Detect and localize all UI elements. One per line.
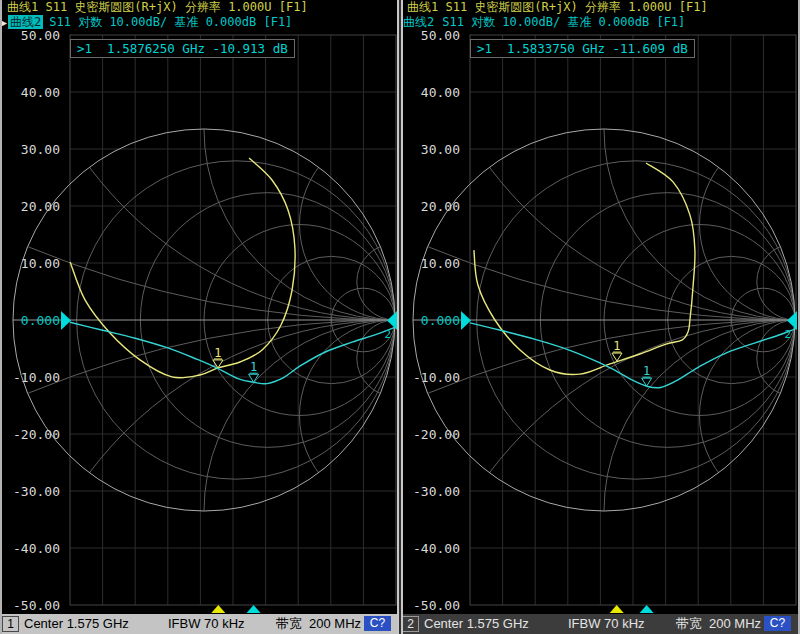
channel-2-plot-area: 50.0040.0030.0020.0010.000.000-10.00-20.… bbox=[400, 0, 800, 614]
stimulus-marker-trace1[interactable] bbox=[610, 605, 624, 613]
center-frequency[interactable]: Center 1.575 GHz bbox=[24, 614, 129, 634]
svg-text:1: 1 bbox=[250, 360, 257, 374]
trace2-settings[interactable]: S11 对数 10.00dB/ 基准 0.000dB [F1] bbox=[49, 15, 292, 29]
ref-trace-number: 2 bbox=[384, 328, 391, 341]
marker-readout: >1 1.5876250 GHz -10.913 dB bbox=[70, 39, 295, 58]
y-axis-label: 40.00 bbox=[21, 85, 60, 100]
trace2-label[interactable]: 曲线2 bbox=[401, 15, 436, 29]
span-label: 带宽 bbox=[676, 616, 702, 631]
y-axis-label: 20.00 bbox=[421, 199, 460, 214]
y-axis-label: -30.00 bbox=[413, 484, 460, 499]
channel-number[interactable]: 2 bbox=[402, 616, 419, 632]
y-axis-label: -40.00 bbox=[413, 541, 460, 556]
center-frequency[interactable]: Center 1.575 GHz bbox=[424, 614, 529, 634]
channel-1-panel: 50.0040.0030.0020.0010.000.000-10.00-20.… bbox=[0, 0, 400, 634]
span-label: 带宽 bbox=[276, 616, 302, 631]
svg-text:1: 1 bbox=[214, 346, 221, 360]
svg-text:1: 1 bbox=[643, 364, 650, 378]
y-axis-label: -50.00 bbox=[13, 598, 60, 613]
smith-trace bbox=[70, 158, 295, 378]
vna-screen: 50.0040.0030.0020.0010.000.000-10.00-20.… bbox=[0, 0, 800, 634]
stimulus-marker-trace2[interactable] bbox=[247, 605, 261, 613]
stimulus-marker-trace2[interactable] bbox=[640, 605, 654, 613]
channel-1-status-bar: 1 Center 1.575 GHz IFBW 70 kHz 带宽200 MHz… bbox=[0, 614, 400, 634]
y-axis-label: -20.00 bbox=[13, 427, 60, 442]
panel-divider bbox=[397, 0, 403, 634]
y-axis-label: -50.00 bbox=[413, 598, 460, 613]
cal-status-badge[interactable]: C? bbox=[764, 616, 791, 631]
span-setting[interactable]: 带宽200 MHz bbox=[276, 614, 361, 634]
y-axis-label: 20.00 bbox=[21, 199, 60, 214]
ifbw-setting[interactable]: IFBW 70 kHz bbox=[568, 614, 645, 634]
ifbw-setting[interactable]: IFBW 70 kHz bbox=[168, 614, 245, 634]
channel-2-status-bar: 2 Center 1.575 GHz IFBW 70 kHz 带宽200 MHz… bbox=[400, 614, 800, 634]
y-axis-labels: 50.0040.0030.0020.0010.000.000-10.00-20.… bbox=[13, 28, 60, 613]
y-axis-label: 50.00 bbox=[421, 28, 460, 43]
y-axis-label: 0.000 bbox=[421, 313, 460, 328]
trace2-title-row: ▶曲线2S11 对数 10.00dB/ 基准 0.000dB [F1] bbox=[1, 15, 292, 30]
y-axis-label: 0.000 bbox=[21, 313, 60, 328]
y-axis-label: -40.00 bbox=[13, 541, 60, 556]
stimulus-marker-trace1[interactable] bbox=[211, 605, 225, 613]
trace1-title[interactable]: 曲线1 S11 史密斯圆图(R+jX) 分辨率 1.000U [F1] bbox=[407, 1, 708, 14]
trace1-title[interactable]: 曲线1 S11 史密斯圆图(R+jX) 分辨率 1.000U [F1] bbox=[7, 1, 308, 14]
y-axis-labels: 50.0040.0030.0020.0010.000.000-10.00-20.… bbox=[413, 28, 460, 613]
y-axis-label: -10.00 bbox=[13, 370, 60, 385]
channel-2-panel: 50.0040.0030.0020.0010.000.000-10.00-20.… bbox=[400, 0, 800, 634]
y-axis-label: -20.00 bbox=[413, 427, 460, 442]
trace2-label[interactable]: 曲线2 bbox=[8, 15, 43, 29]
span-setting[interactable]: 带宽200 MHz bbox=[676, 614, 761, 634]
y-axis-label: 10.00 bbox=[421, 256, 460, 271]
channel-number[interactable]: 1 bbox=[2, 616, 19, 632]
trace2-title-row: ▶曲线2S11 对数 10.00dB/ 基准 0.000dB [F1] bbox=[401, 15, 685, 29]
trace2-settings[interactable]: S11 对数 10.00dB/ 基准 0.000dB [F1] bbox=[442, 15, 685, 29]
marker-readout: >1 1.5833750 GHz -11.609 dB bbox=[470, 39, 695, 58]
marker-1-smith[interactable]: 1 bbox=[213, 346, 223, 368]
y-axis-label: -10.00 bbox=[413, 370, 460, 385]
window-frame-left bbox=[0, 0, 2, 634]
span-value: 200 MHz bbox=[709, 616, 761, 631]
marker-1-smith[interactable]: 1 bbox=[612, 339, 622, 361]
y-axis-label: -30.00 bbox=[13, 484, 60, 499]
svg-text:1: 1 bbox=[613, 339, 620, 353]
ref-trace-number: 2 bbox=[784, 328, 791, 341]
y-axis-label: 40.00 bbox=[421, 85, 460, 100]
y-axis-label: 10.00 bbox=[21, 256, 60, 271]
y-axis-label: 30.00 bbox=[421, 142, 460, 157]
span-value: 200 MHz bbox=[309, 616, 361, 631]
marker-1-logmag[interactable]: 1 bbox=[642, 364, 652, 386]
channel-1-plot-area: 50.0040.0030.0020.0010.000.000-10.00-20.… bbox=[0, 0, 400, 614]
cal-status-badge[interactable]: C? bbox=[364, 616, 391, 631]
smith-trace bbox=[474, 163, 695, 374]
y-axis-label: 30.00 bbox=[21, 142, 60, 157]
